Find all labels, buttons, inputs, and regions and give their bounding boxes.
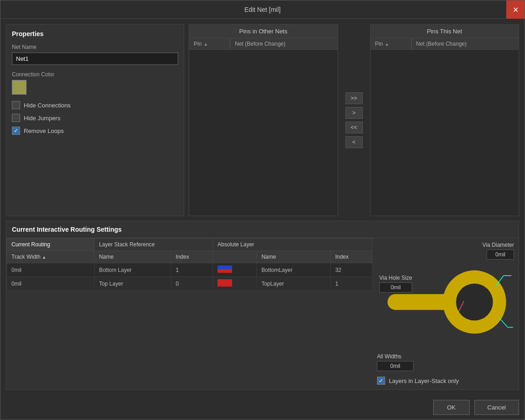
ls-index-col: Index (171, 251, 213, 263)
track-width-sort-icon: ▲ (42, 255, 46, 260)
all-widths-value[interactable]: 0mil (377, 361, 414, 371)
hide-jumpers-label: Hide Jumpers (24, 115, 60, 122)
al-name-cell: BottomLayer (257, 263, 330, 277)
routing-body: Current Routing Layer Stack Reference Ab… (6, 238, 519, 389)
net-name-input[interactable] (12, 53, 178, 65)
pins-other-nets-body (189, 50, 338, 216)
top-section: Properties Net Name Connection Color Hid… (6, 24, 519, 216)
remove-loops-label: Remove Loops (24, 128, 64, 134)
transfer-right-button[interactable]: > (345, 107, 363, 119)
connection-color-label: Connection Color (12, 71, 178, 78)
pin-this-sort-arrow: ▲ (385, 42, 389, 47)
via-diameter-label: Via Diameter (483, 242, 514, 248)
pins-this-net-col: Net (Before Change) (412, 38, 519, 49)
hide-jumpers-row: Hide Jumpers (12, 114, 178, 122)
absolute-layer-col-header: Absolute Layer (213, 239, 372, 251)
pins-this-net-header: Pins This Net (371, 25, 519, 38)
ls-name-cell: Bottom Layer (94, 263, 171, 277)
ls-index-cell: 0 (171, 277, 213, 291)
pin-sort-arrow: ▲ (203, 42, 208, 47)
edit-net-dialog: Edit Net [mil] ✕ Properties Net Name Con… (0, 0, 525, 420)
hide-connections-row: Hide Connections (12, 101, 178, 109)
routing-table-body: 0mil Bottom Layer 1 BottomLayer 32 0mil … (7, 263, 372, 291)
dialog-content: Properties Net Name Connection Color Hid… (0, 19, 525, 395)
layers-in-stack-row: Layers in Layer-Stack only (377, 377, 514, 385)
cancel-button[interactable]: Cancel (474, 400, 519, 415)
net-name-group: Net Name (12, 44, 178, 65)
routing-right-panel: Via Diameter 0mil (372, 238, 519, 389)
properties-panel: Properties Net Name Connection Color Hid… (6, 24, 184, 216)
net-name-label: Net Name (12, 44, 178, 50)
track-width-cell: 0mil (7, 263, 95, 277)
remove-loops-checkbox[interactable] (12, 127, 20, 135)
layer-stack-col-header: Layer Stack Reference (94, 239, 212, 251)
al-name-cell: TopLayer (257, 277, 330, 291)
hide-connections-label: Hide Connections (24, 102, 71, 109)
via-hole-size-label: Via Hole Size (379, 275, 412, 281)
ok-button[interactable]: OK (433, 400, 470, 415)
svg-point-2 (456, 284, 493, 321)
al-color-col (213, 251, 257, 263)
transfer-all-right-button[interactable]: >> (345, 92, 363, 104)
all-widths-group: All Widths 0mil (377, 353, 514, 371)
routing-table-area: Current Routing Layer Stack Reference Ab… (6, 238, 372, 389)
pins-panels: Pins in Other Nets Pin ▲ Net (Before Cha… (189, 24, 519, 216)
routing-heading: Current Interactive Routing Settings (6, 221, 519, 238)
al-name-col: Name (257, 251, 330, 263)
via-hole-size-value[interactable]: 0mil (379, 282, 412, 292)
al-index-cell: 1 (330, 277, 372, 291)
al-index-cell: 32 (330, 263, 372, 277)
all-widths-label: All Widths (377, 353, 514, 360)
current-routing-col-header: Current Routing (7, 239, 95, 251)
track-width-col: Track Width ▲ (7, 251, 95, 263)
table-row: 0mil Bottom Layer 1 BottomLayer 32 (7, 263, 372, 277)
pins-other-pin-col: Pin ▲ (189, 38, 230, 49)
layers-in-stack-checkbox[interactable] (377, 377, 385, 385)
transfer-buttons: >> > << < (343, 24, 366, 216)
via-diagram-area: Via Hole Size 0mil (377, 256, 514, 348)
ls-index-cell: 1 (171, 263, 213, 277)
remove-loops-row: Remove Loops (12, 127, 178, 135)
close-button[interactable]: ✕ (506, 0, 525, 19)
pins-other-nets-panel: Pins in Other Nets Pin ▲ Net (Before Cha… (189, 24, 338, 216)
dialog-footer: OK Cancel (0, 395, 525, 420)
routing-panel: Current Interactive Routing Settings Cur… (6, 221, 519, 390)
track-width-cell: 0mil (7, 277, 95, 291)
connection-color-group: Connection Color (12, 71, 178, 95)
pins-this-net-panel: Pins This Net Pin ▲ Net (Before Change) (370, 24, 520, 216)
title-bar: Edit Net [mil] ✕ (0, 0, 525, 19)
via-hole-size-group: Via Hole Size 0mil (379, 275, 412, 292)
pins-other-net-col: Net (Before Change) (230, 38, 338, 49)
transfer-all-left-button[interactable]: << (345, 122, 363, 133)
hide-jumpers-checkbox[interactable] (12, 114, 20, 122)
layers-in-stack-label: Layers in Layer-Stack only (389, 377, 459, 384)
al-index-col: Index (330, 251, 372, 263)
via-diagram-svg (377, 255, 514, 350)
ls-name-col: Name (94, 251, 171, 263)
pins-this-pin-col: Pin ▲ (371, 38, 412, 49)
transfer-left-button[interactable]: < (345, 136, 363, 148)
dialog-title: Edit Net [mil] (244, 6, 281, 13)
routing-table: Current Routing Layer Stack Reference Ab… (6, 238, 372, 291)
hide-connections-checkbox[interactable] (12, 101, 20, 109)
connection-color-swatch[interactable] (12, 80, 27, 95)
al-color-cell (213, 263, 257, 277)
ls-name-cell: Top Layer (94, 277, 171, 291)
bottom-section: Current Interactive Routing Settings Cur… (6, 221, 519, 390)
pins-other-nets-col-headers: Pin ▲ Net (Before Change) (189, 38, 338, 50)
svg-line-5 (499, 318, 508, 328)
properties-heading: Properties (12, 30, 178, 37)
pins-other-nets-header: Pins in Other Nets (189, 25, 338, 38)
al-color-cell (213, 277, 257, 291)
table-row: 0mil Top Layer 0 TopLayer 1 (7, 277, 372, 291)
pins-this-net-col-headers: Pin ▲ Net (Before Change) (371, 38, 519, 50)
pins-this-net-body (371, 50, 519, 216)
